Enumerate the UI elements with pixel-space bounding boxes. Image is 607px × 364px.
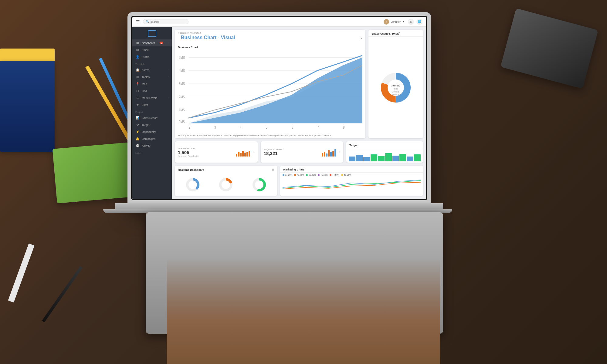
logo-icon [148, 30, 156, 37]
target-icon: ⚙ [135, 123, 140, 126]
marketing-title: Marketing Chart [283, 168, 304, 171]
sidebar-item-opportunity[interactable]: ⚡ Opportunity [132, 128, 172, 135]
space-usage-panel: Space Usage (750 Mb) 375 Mb used [368, 30, 423, 138]
mini-bar-chart-registered [322, 147, 336, 157]
legend-dot [341, 174, 343, 176]
profile-icon: 👤 [135, 55, 140, 59]
breadcrumb: Resource > Your Chart [175, 30, 365, 35]
target-bar [414, 154, 421, 161]
sidebar-item-label: Target [142, 123, 149, 126]
close-icon[interactable]: × [338, 150, 340, 154]
svg-text:375 Mb: 375 Mb [391, 84, 401, 87]
mini-bar [334, 149, 336, 157]
target-bar [356, 155, 363, 161]
target-chart [346, 148, 423, 163]
sidebar-item-map[interactable]: 📍 Map [132, 80, 172, 87]
chevron-icon: ‹ [168, 42, 169, 44]
book-blue [0, 61, 55, 152]
marketing-chart-area: 31.25% 43.75% 38.50% [280, 173, 423, 196]
target-bar [349, 157, 355, 161]
sidebar-item-label: Sales Report [142, 116, 158, 120]
sidebar-item-dashboard[interactable]: ⊞ Dashboard ● ‹ [132, 39, 172, 46]
tables-icon: ⊞ [135, 75, 140, 79]
chart-inner-header: Business Chart [175, 43, 365, 50]
top-panel-row: Resource > Your Chart Business Chart - V… [175, 30, 423, 138]
rt-donuts [175, 173, 277, 196]
sidebar-item-grid[interactable]: ⊟ Grid [132, 87, 172, 94]
close-icon[interactable]: × [272, 168, 274, 172]
avatar: J [384, 19, 389, 25]
laptop-screen: ☰ 🔍 J Jennifer ▼ ⚙ 🌐 [132, 17, 426, 199]
search-input[interactable] [151, 20, 186, 23]
legend-item-5: 44.50% [330, 174, 340, 176]
sidebar-item-tables[interactable]: ⊞ Tables ‹ [132, 73, 172, 80]
mini-bar [238, 152, 239, 157]
laptop-outer: ☰ 🔍 J Jennifer ▼ ⚙ 🌐 [127, 12, 431, 209]
svg-text:0MS: 0MS [179, 120, 185, 124]
legend-item-1: 31.25% [283, 174, 293, 176]
svg-text:350 Mb: 350 Mb [392, 91, 399, 93]
map-icon: 📍 [135, 82, 140, 86]
sidebar-item-sales-report[interactable]: 📊 Sales Report [132, 114, 172, 121]
chevron-icon: ‹ [168, 96, 169, 99]
sidebar-item-label: Tables [142, 76, 150, 79]
target-bar [371, 154, 377, 161]
legend-dot [283, 174, 284, 176]
marketing-chart-svg [283, 177, 421, 190]
close-icon[interactable]: × [361, 37, 362, 40]
legend-label: 38.50% [309, 174, 316, 176]
svg-text:used: used [393, 88, 398, 90]
notification-icon[interactable]: 🌐 [416, 19, 422, 25]
bottom-row: Realtime Dashboard × [175, 166, 423, 196]
realtime-header: Realtime Dashboard × [175, 166, 277, 173]
notebook-green [53, 142, 133, 203]
mini-bar-chart-interactive [236, 147, 250, 157]
target-panel: Target [346, 141, 423, 163]
screen-body: ⊞ Dashboard ● ‹ ✉ Email 👤 Profile Temp [132, 27, 426, 199]
legend-item-2: 43.75% [294, 174, 304, 176]
mini-bar [242, 151, 244, 157]
stat-info-interactive: Interactive User 1,505 New User Registra… [178, 147, 233, 157]
sidebar-item-label: Campaigns [142, 137, 156, 140]
mini-bar [324, 152, 325, 157]
marketing-header: Marketing Chart [280, 166, 423, 173]
sidebar-item-email[interactable]: ✉ Email [132, 46, 172, 53]
sidebar-item-forms[interactable]: 📋 Forms ‹ [132, 66, 172, 73]
legend-label: 44.50% [332, 174, 340, 176]
svg-text:7: 7 [317, 125, 319, 129]
stat-sublabel-interactive: New User Registration [178, 155, 233, 157]
mini-bar [236, 154, 237, 157]
sales-icon: 📊 [135, 116, 140, 120]
svg-text:2MS: 2MS [179, 95, 185, 99]
svg-text:4: 4 [240, 125, 242, 129]
sidebar-item-label: Grid [142, 89, 147, 93]
sidebar-item-target[interactable]: ⚙ Target [132, 121, 172, 128]
target-bar [378, 156, 385, 161]
extra-icon: ★ [135, 103, 140, 106]
legend-label: 31.25% [285, 174, 293, 176]
sidebar-item-profile[interactable]: 👤 Profile [132, 53, 172, 60]
user-menu[interactable]: J Jennifer ▼ [384, 19, 405, 25]
settings-icon[interactable]: ⚙ [408, 19, 414, 25]
target-panel-title: Target [349, 144, 358, 147]
svg-text:2: 2 [188, 125, 190, 129]
sidebar-item-activity[interactable]: 💬 Activity [132, 142, 172, 149]
chart-description: Who is your audience and what are their … [175, 133, 365, 138]
legend-dot [330, 174, 331, 176]
legend-item-6: 50.25% [341, 174, 351, 176]
realtime-title: Realtime Dashboard [178, 168, 204, 171]
sidebar-item-extra[interactable]: ★ Extra [132, 101, 172, 108]
close-icon[interactable]: × [253, 150, 254, 154]
sidebar-item-campaigns[interactable]: 🔔 Campaigns [132, 135, 172, 142]
search-bar[interactable]: 🔍 [143, 19, 188, 24]
forms-icon: 📋 [135, 68, 140, 72]
sidebar-item-label: Forms [142, 69, 150, 72]
sidebar-item-label: Map [142, 83, 147, 86]
svg-text:8: 8 [343, 125, 344, 129]
sidebar-item-menu-levels[interactable]: ☰ Menu Levels ‹ [132, 94, 172, 101]
rt-donut-2 [218, 177, 233, 192]
hamburger-icon[interactable]: ☰ [136, 19, 140, 24]
stat-label-interactive: Interactive User [178, 147, 233, 150]
stats-row: Interactive User 1,505 New User Registra… [175, 141, 423, 163]
legend-dot [294, 174, 296, 176]
